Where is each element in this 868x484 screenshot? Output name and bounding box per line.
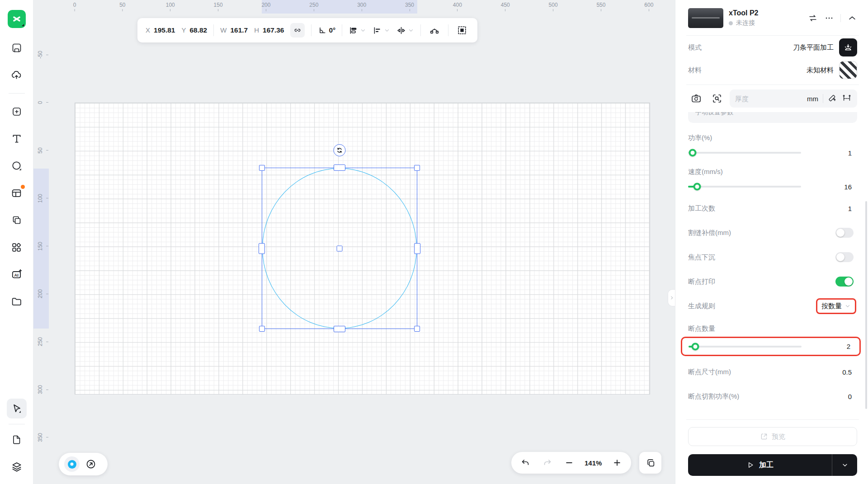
- cutpower-label: 断点切割功率(%): [688, 392, 848, 401]
- power-slider-knob[interactable]: [689, 149, 697, 157]
- resize-handle-sw[interactable]: [259, 326, 265, 332]
- material-label: 材料: [688, 66, 807, 75]
- x-value[interactable]: 195.81: [154, 26, 175, 34]
- text-tool-button[interactable]: [7, 129, 27, 149]
- ai-tools-button[interactable]: AI: [7, 264, 27, 284]
- collapse-panel-icon[interactable]: [847, 13, 857, 23]
- status-dot: [729, 21, 733, 25]
- selection-bounding-box[interactable]: [262, 168, 417, 329]
- resize-handle-se[interactable]: [414, 326, 420, 332]
- ai-icon: AI: [11, 268, 23, 280]
- manual-measure-icon[interactable]: [842, 94, 852, 103]
- resize-handle-n[interactable]: [334, 164, 345, 171]
- resize-handle-s[interactable]: [334, 326, 345, 332]
- device-header: xTool P2 未连接: [688, 0, 857, 35]
- size-label: 断点尺寸(mm): [688, 368, 842, 376]
- insert-shape-button[interactable]: [7, 102, 27, 122]
- apps-button[interactable]: [7, 237, 27, 257]
- w-value[interactable]: 161.7: [230, 26, 248, 34]
- count-slider-knob[interactable]: [692, 343, 699, 350]
- artboards-button[interactable]: [639, 452, 661, 474]
- save-project-button[interactable]: [7, 38, 27, 58]
- kerf-toggle[interactable]: [835, 228, 854, 238]
- breakpoint-toggle[interactable]: [835, 277, 854, 287]
- resize-handle-w[interactable]: [259, 243, 265, 254]
- count-slider[interactable]: [689, 346, 802, 348]
- cutpower-value[interactable]: 0: [848, 393, 857, 400]
- marquee-select-button[interactable]: [455, 23, 469, 38]
- center-anchor-handle[interactable]: [337, 245, 343, 251]
- canvas-area[interactable]: 050100150200250300350400450500550600 -50…: [33, 0, 675, 484]
- rotate-handle[interactable]: [334, 144, 346, 156]
- material-value[interactable]: 未知材料: [807, 66, 834, 75]
- material-library-button[interactable]: [7, 183, 27, 203]
- start-button[interactable]: 加工: [688, 454, 857, 476]
- panel-scrollbar[interactable]: [865, 201, 867, 409]
- speed-slider[interactable]: [688, 186, 801, 188]
- mode-select-button[interactable]: [839, 38, 857, 56]
- size-value[interactable]: 0.5: [842, 368, 857, 376]
- speed-label: 速度(mm/s): [688, 168, 857, 176]
- jog-control-button[interactable]: [84, 457, 98, 471]
- mode-value[interactable]: 刀条平面加工: [793, 43, 834, 52]
- resize-handle-e[interactable]: [414, 243, 420, 254]
- toolbar-divider: [448, 24, 448, 36]
- thickness-input-group: mm: [730, 89, 857, 108]
- laser-spot-toggle[interactable]: [64, 456, 80, 472]
- panel-divider: [686, 85, 859, 85]
- auto-measure-icon[interactable]: [828, 94, 837, 103]
- resize-handle-nw[interactable]: [259, 165, 265, 171]
- redo-button[interactable]: [541, 456, 554, 470]
- width-field[interactable]: W161.7: [220, 26, 248, 34]
- mode-row: 模式 刀条平面加工: [688, 36, 857, 59]
- align-dropdown[interactable]: [373, 26, 390, 35]
- zoom-level-value[interactable]: 141%: [585, 459, 602, 467]
- clipped-settings-dropdown[interactable]: 手动设置参数: [688, 112, 857, 123]
- lock-aspect-ratio-button[interactable]: [290, 23, 305, 38]
- zoom-in-button[interactable]: [610, 456, 624, 470]
- camera-measure-button[interactable]: [688, 90, 704, 107]
- rotation-field[interactable]: 0°: [318, 26, 335, 35]
- x-position-field[interactable]: X195.81: [146, 26, 175, 34]
- switch-device-icon[interactable]: [808, 13, 818, 23]
- rotation-value[interactable]: 0°: [329, 26, 335, 34]
- arrow-up-right-circle-icon: [85, 459, 96, 470]
- more-options-icon[interactable]: [824, 13, 834, 23]
- rule-dropdown[interactable]: 按数量: [816, 298, 856, 314]
- speed-slider-knob[interactable]: [693, 183, 701, 191]
- start-main[interactable]: 加工: [688, 454, 832, 476]
- xtool-logo-menu[interactable]: [7, 9, 27, 29]
- resize-handle-ne[interactable]: [414, 165, 420, 171]
- power-value[interactable]: 1: [801, 149, 857, 157]
- y-position-field[interactable]: Y68.82: [181, 26, 207, 34]
- document-pages-button[interactable]: [7, 430, 27, 450]
- cloud-upload-button[interactable]: [7, 65, 27, 85]
- status-text: 未连接: [736, 19, 755, 27]
- undo-button[interactable]: [519, 456, 532, 470]
- start-options-dropdown[interactable]: [832, 454, 857, 476]
- flip-dropdown[interactable]: [396, 26, 414, 35]
- distribute-dropdown[interactable]: [349, 26, 366, 35]
- y-value[interactable]: 68.82: [189, 26, 207, 34]
- height-field[interactable]: H167.36: [254, 26, 284, 34]
- zoom-out-button[interactable]: [562, 456, 576, 470]
- duplicate-button[interactable]: [7, 210, 27, 230]
- count-value[interactable]: 2: [802, 343, 856, 350]
- power-slider[interactable]: [688, 152, 801, 154]
- focus-toggle[interactable]: [835, 252, 854, 262]
- edit-nodes-button[interactable]: [427, 23, 442, 38]
- speed-value[interactable]: 16: [801, 183, 857, 191]
- preview-button[interactable]: 预览: [688, 427, 857, 446]
- h-value[interactable]: 167.36: [263, 26, 284, 34]
- select-tool-button[interactable]: [7, 399, 27, 418]
- shape-tool-button[interactable]: [7, 156, 27, 176]
- thickness-input[interactable]: [735, 95, 802, 103]
- panel-collapse-tab[interactable]: [668, 289, 675, 306]
- scan-material-button[interactable]: [709, 90, 725, 107]
- kerf-label: 割缝补偿(mm): [688, 229, 835, 237]
- file-library-button[interactable]: [7, 291, 27, 311]
- layers-button[interactable]: [7, 457, 27, 477]
- material-swatch[interactable]: [839, 61, 857, 79]
- horizontal-ruler: 050100150200250300350400450500550600: [33, 0, 675, 14]
- passes-value[interactable]: 1: [848, 205, 857, 212]
